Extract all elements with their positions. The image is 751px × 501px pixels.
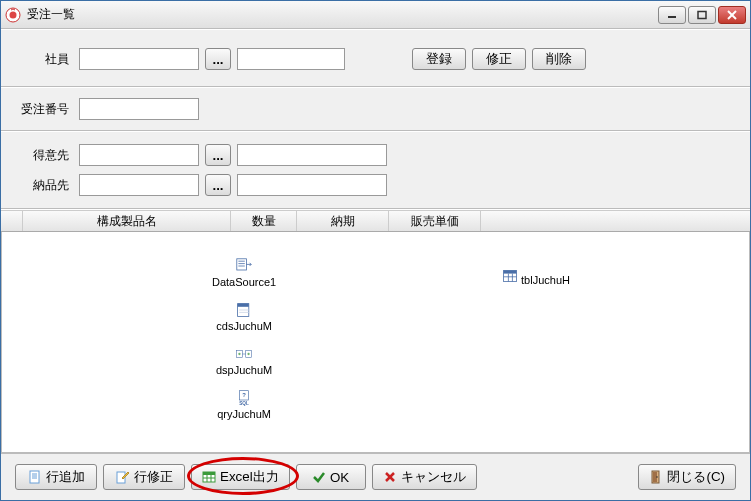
employee-label: 社員 — [15, 51, 69, 68]
grid-header-col1[interactable]: 構成製品名 — [23, 211, 231, 231]
employee-lookup-button[interactable]: ... — [205, 48, 231, 70]
svg-point-41 — [657, 476, 659, 478]
window-title: 受注一覧 — [27, 6, 658, 23]
crud-buttons: 登録 修正 削除 — [412, 48, 586, 70]
grid-header-rest — [481, 211, 750, 231]
svg-rect-23 — [504, 270, 517, 273]
svg-rect-33 — [203, 472, 215, 475]
shipto-row: 納品先 ... — [15, 174, 387, 196]
designer-components-left: DataSource1 cdsJuchuM — [212, 258, 276, 420]
employee-code-input[interactable] — [79, 48, 199, 70]
grid-header-col2[interactable]: 数量 — [231, 211, 297, 231]
cds-label: cdsJuchuM — [216, 320, 272, 332]
dataset-icon — [236, 302, 252, 318]
client-area: 社員 ... 登録 修正 削除 受注番号 得意先 ... — [1, 29, 750, 500]
table-icon — [502, 268, 518, 284]
employee-row: 社員 ... — [15, 48, 345, 70]
app-window: 受注一覧 社員 ... 登録 修正 削除 — [0, 0, 751, 501]
customer-label: 得意先 — [15, 147, 69, 164]
grid-header: 構成製品名 数量 納期 販売単価 — [1, 210, 750, 232]
ok-label: OK — [330, 470, 349, 485]
add-row-button[interactable]: 行追加 — [15, 464, 97, 490]
tbl-component[interactable]: tblJuchuH — [502, 268, 570, 286]
shipto-label: 納品先 — [15, 177, 69, 194]
svg-rect-11 — [238, 304, 249, 307]
datasource-component[interactable]: DataSource1 — [212, 258, 276, 288]
grid-header-selector[interactable] — [1, 211, 23, 231]
close-label: 閉じる(C) — [667, 468, 725, 486]
svg-point-1 — [10, 11, 17, 18]
edit-button[interactable]: 修正 — [472, 48, 526, 70]
shipto-name-display — [237, 174, 387, 196]
customer-row: 得意先 ... — [15, 144, 387, 166]
grid-header-col4[interactable]: 販売単価 — [389, 211, 481, 231]
svg-point-17 — [248, 353, 250, 355]
svg-text:?: ? — [242, 392, 246, 398]
svg-text:SQL: SQL — [239, 401, 249, 406]
delete-button[interactable]: 削除 — [532, 48, 586, 70]
document-icon — [28, 470, 42, 484]
excel-label: Excel出力 — [220, 468, 279, 486]
footer-bar: 行追加 行修正 Excel出力 OK キャンセル 閉じる(C) — [1, 453, 750, 500]
svg-rect-27 — [30, 471, 39, 483]
close-window-button[interactable]: 閉じる(C) — [638, 464, 736, 490]
designer-components-right: tblJuchuH — [502, 268, 570, 286]
title-bar: 受注一覧 — [1, 1, 750, 29]
svg-rect-3 — [698, 11, 706, 18]
orderno-label: 受注番号 — [15, 101, 69, 118]
qry-component[interactable]: ? SQL qryJuchuM — [217, 390, 271, 420]
register-button[interactable]: 登録 — [412, 48, 466, 70]
dsp-component[interactable]: dspJuchuM — [216, 346, 272, 376]
section-employee: 社員 ... 登録 修正 削除 — [1, 29, 750, 87]
orderno-row: 受注番号 — [15, 98, 199, 120]
grid-header-col3[interactable]: 納期 — [297, 211, 389, 231]
door-icon — [649, 470, 663, 484]
svg-rect-6 — [237, 259, 247, 270]
grid-body[interactable]: DataSource1 cdsJuchuM — [1, 232, 750, 453]
dsp-label: dspJuchuM — [216, 364, 272, 376]
section-orderno: 受注番号 — [1, 87, 750, 131]
datasource-icon — [236, 258, 252, 274]
add-row-label: 行追加 — [46, 468, 85, 486]
app-icon — [5, 7, 21, 23]
customer-code-input[interactable] — [79, 144, 199, 166]
edit-row-button[interactable]: 行修正 — [103, 464, 185, 490]
maximize-button[interactable] — [688, 6, 716, 24]
shipto-lookup-button[interactable]: ... — [205, 174, 231, 196]
qry-label: qryJuchuM — [217, 408, 271, 420]
excel-icon — [202, 470, 216, 484]
cancel-label: キャンセル — [401, 468, 466, 486]
grid-area: 構成製品名 数量 納期 販売単価 DataSource1 — [1, 209, 750, 453]
svg-point-16 — [238, 353, 240, 355]
cds-component[interactable]: cdsJuchuM — [216, 302, 272, 332]
orderno-input[interactable] — [79, 98, 199, 120]
customer-lookup-button[interactable]: ... — [205, 144, 231, 166]
ok-button[interactable]: OK — [296, 464, 366, 490]
cancel-icon — [383, 470, 397, 484]
employee-name-display[interactable] — [237, 48, 345, 70]
edit-icon — [116, 470, 130, 484]
window-buttons — [658, 6, 746, 24]
check-icon — [312, 470, 326, 484]
minimize-button[interactable] — [658, 6, 686, 24]
provider-icon — [236, 346, 252, 362]
section-customer: 得意先 ... 納品先 ... — [1, 131, 750, 209]
shipto-code-input[interactable] — [79, 174, 199, 196]
close-button[interactable] — [718, 6, 746, 24]
datasource-label: DataSource1 — [212, 276, 276, 288]
excel-export-button[interactable]: Excel出力 — [191, 464, 290, 490]
query-icon: ? SQL — [236, 390, 252, 406]
tbl-label: tblJuchuH — [521, 274, 570, 286]
customer-name-display — [237, 144, 387, 166]
cancel-button[interactable]: キャンセル — [372, 464, 477, 490]
edit-row-label: 行修正 — [134, 468, 173, 486]
